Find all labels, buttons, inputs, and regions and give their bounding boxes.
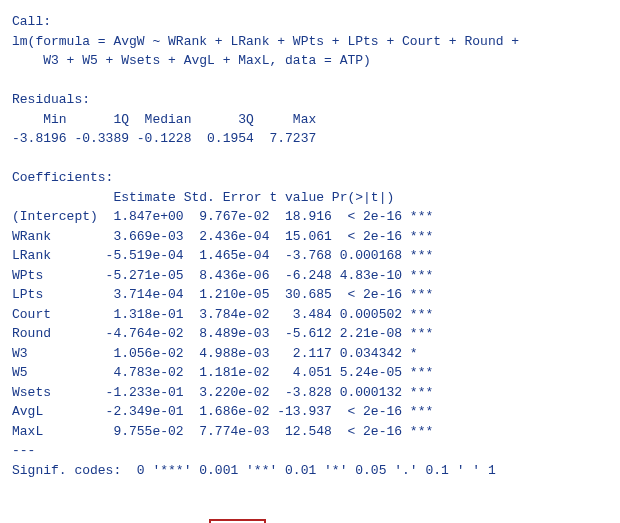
coef-row: MaxL 9.755e-02 7.774e-03 12.548 < 2e-16 …	[12, 422, 608, 442]
coef-row: Round -4.764e-02 8.489e-03 -5.612 2.21e-…	[12, 324, 608, 344]
coef-label: Coefficients:	[12, 168, 608, 188]
coef-row: W5 4.783e-02 1.181e-02 4.051 5.24e-05 **…	[12, 363, 608, 383]
coef-header: Estimate Std. Error t value Pr(>|t|)	[12, 188, 608, 208]
call-label: Call:	[12, 12, 608, 32]
coef-row: AvgL -2.349e-01 1.686e-02 -13.937 < 2e-1…	[12, 402, 608, 422]
coef-row: Wsets -1.233e-01 3.220e-02 -3.828 0.0001…	[12, 383, 608, 403]
coef-row: WPts -5.271e-05 8.436e-06 -6.248 4.83e-1…	[12, 266, 608, 286]
blank	[12, 149, 608, 169]
coef-row: Court 1.318e-01 3.784e-02 3.484 0.000502…	[12, 305, 608, 325]
coef-table: (Intercept) 1.847e+00 9.767e-02 18.916 <…	[12, 207, 608, 441]
coef-row: (Intercept) 1.847e+00 9.767e-02 18.916 <…	[12, 207, 608, 227]
coef-row: LRank -5.519e-04 1.465e-04 -3.768 0.0001…	[12, 246, 608, 266]
residuals-header: Min 1Q Median 3Q Max	[12, 110, 608, 130]
rse-highlight: 0.7021	[209, 519, 266, 523]
blank	[12, 480, 608, 500]
coef-row: W3 1.056e-02 4.988e-03 2.117 0.034342 *	[12, 344, 608, 364]
separator: ---	[12, 441, 608, 461]
rse-line: Residual standard error: 0.7021 on 2588 …	[12, 500, 608, 524]
residuals-label: Residuals:	[12, 90, 608, 110]
call-formula: lm(formula = AvgW ~ WRank + LRank + WPts…	[12, 32, 608, 71]
signif-codes: Signif. codes: 0 '***' 0.001 '**' 0.01 '…	[12, 461, 608, 481]
residuals-values: -3.8196 -0.3389 -0.1228 0.1954 7.7237	[12, 129, 608, 149]
coef-row: WRank 3.669e-03 2.436e-04 15.061 < 2e-16…	[12, 227, 608, 247]
coef-row: LPts 3.714e-04 1.210e-05 30.685 < 2e-16 …	[12, 285, 608, 305]
blank	[12, 71, 608, 91]
